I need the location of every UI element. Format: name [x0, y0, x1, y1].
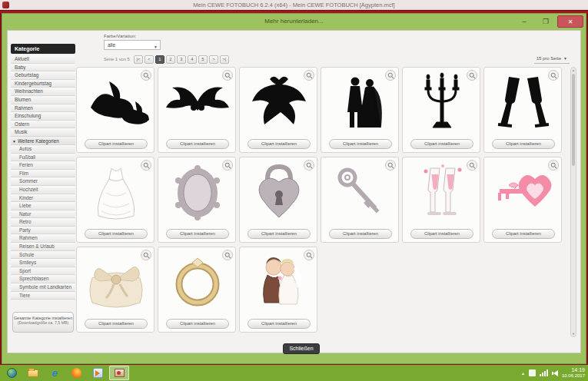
magnifier-icon[interactable]: [548, 160, 559, 171]
color-filter-select[interactable]: alle ▼: [104, 40, 161, 50]
sidebar-subitem-sprechblasen[interactable]: Sprechblasen: [11, 275, 75, 283]
magnifier-icon[interactable]: [304, 250, 314, 260]
clipart-tile-bride-groom[interactable]: Clipart installieren: [321, 67, 399, 153]
close-dialog-button[interactable]: Schließen: [283, 343, 320, 354]
sidebar-item-blumen[interactable]: Blumen: [11, 96, 75, 104]
sidebar-subitem-liebe[interactable]: Liebe: [11, 202, 75, 210]
sidebar-subitem-natur[interactable]: Natur: [11, 210, 75, 219]
page-button-3[interactable]: 3: [177, 55, 186, 64]
magnifier-icon[interactable]: [141, 70, 151, 81]
minimize-button[interactable]: –: [514, 15, 534, 28]
per-page-select[interactable]: 15 pro Seite▼: [534, 55, 570, 64]
scroll-down-icon[interactable]: ▼: [571, 332, 576, 336]
sidebar-item-aktuell[interactable]: Aktuell: [11, 55, 75, 64]
start-button[interactable]: [2, 366, 22, 380]
page-button-2[interactable]: 2: [166, 55, 175, 64]
install-clipart-button[interactable]: Clipart installieren: [247, 229, 311, 239]
install-clipart-button[interactable]: Clipart installieren: [492, 139, 555, 149]
sidebar-subitem-symbole-mit-landkarten[interactable]: Symbole mit Landkarten: [11, 283, 75, 292]
install-clipart-button[interactable]: Clipart installieren: [85, 139, 148, 149]
install-clipart-button[interactable]: Clipart installieren: [247, 319, 311, 329]
clipart-tile-key[interactable]: Clipart installieren: [321, 157, 399, 243]
taskbar-item-firefox[interactable]: [66, 366, 86, 380]
sidebar-subitem-sport[interactable]: Sport: [11, 267, 75, 276]
sidebar-subitem-party[interactable]: Party: [11, 227, 75, 235]
magnifier-icon[interactable]: [222, 160, 233, 171]
sidebar-subitem-ferien[interactable]: Ferien: [11, 161, 75, 170]
sidebar-subitem-reisen-urlaub[interactable]: Reisen & Urlaub: [11, 243, 75, 251]
clipart-tile-dove-ornament[interactable]: Clipart installieren: [239, 67, 317, 153]
magnifier-icon[interactable]: [141, 250, 151, 260]
scrollbar-thumb[interactable]: [572, 74, 575, 166]
taskbar-item-internet-explorer[interactable]: e: [45, 366, 65, 380]
install-clipart-button[interactable]: Clipart installieren: [166, 319, 229, 329]
magnifier-icon[interactable]: [548, 70, 559, 81]
grid-scrollbar[interactable]: ▲ ▼: [570, 67, 576, 337]
clipart-tile-champagne-flutes[interactable]: Clipart installieren: [483, 67, 562, 153]
clipart-tile-kissing-doves[interactable]: Clipart installieren: [158, 67, 236, 153]
first-page-button[interactable]: |<: [134, 55, 143, 64]
sidebar-subitem-sommer[interactable]: Sommer: [11, 177, 75, 186]
sidebar-item-geburtstag[interactable]: Geburtstag: [11, 71, 75, 80]
clipart-tile-pink-flutes[interactable]: Clipart installieren: [402, 157, 480, 243]
install-clipart-button[interactable]: Clipart installieren: [410, 139, 473, 149]
page-button-1[interactable]: 1: [155, 55, 164, 64]
sidebar-item-baby[interactable]: Baby: [11, 64, 75, 72]
sidebar-subitem-fußball[interactable]: Fußball: [11, 154, 75, 162]
sidebar-item-weihnachten[interactable]: Weihnachten: [11, 88, 75, 96]
sidebar-subitem-retro[interactable]: Retro: [11, 218, 75, 227]
sidebar-item-einschulung[interactable]: Einschulung: [11, 112, 75, 121]
clipart-tile-wedding-ring[interactable]: Clipart installieren: [158, 247, 236, 333]
clipart-tile-wedding-dress[interactable]: Clipart installieren: [76, 157, 154, 243]
install-clipart-button[interactable]: Clipart installieren: [166, 229, 229, 239]
taskbar-item-media-player[interactable]: [88, 366, 108, 380]
sidebar-subitem-kinder[interactable]: Kinder: [11, 194, 75, 203]
install-clipart-button[interactable]: Clipart installieren: [329, 139, 392, 149]
page-button-5[interactable]: 5: [198, 55, 208, 64]
install-clipart-button[interactable]: Clipart installieren: [247, 139, 311, 149]
magnifier-icon[interactable]: [467, 160, 477, 171]
volume-icon[interactable]: [552, 370, 558, 376]
scroll-up-icon[interactable]: ▲: [571, 68, 576, 72]
clipart-tile-heart-padlock[interactable]: Clipart installieren: [239, 157, 317, 243]
clipart-tile-heart-key[interactable]: Clipart installieren: [483, 157, 562, 243]
action-center-icon[interactable]: [529, 369, 536, 376]
maximize-button[interactable]: ❐: [536, 15, 556, 28]
magnifier-icon[interactable]: [467, 70, 477, 81]
install-clipart-button[interactable]: Clipart installieren: [85, 229, 148, 239]
taskbar-item-cewe-active[interactable]: [109, 366, 129, 380]
taskbar-item-explorer[interactable]: [23, 366, 43, 380]
sidebar-subitem-rahmen[interactable]: Rahmen: [11, 234, 75, 243]
install-clipart-button[interactable]: Clipart installieren: [85, 319, 148, 329]
close-window-button[interactable]: ✕: [557, 15, 583, 28]
magnifier-icon[interactable]: [304, 70, 314, 81]
page-button-4[interactable]: 4: [188, 55, 197, 64]
sidebar-subitem-smileys[interactable]: Smileys: [11, 259, 75, 267]
sidebar-item-rahmen[interactable]: Rahmen: [11, 104, 75, 113]
sidebar-subitem-film[interactable]: Film: [11, 170, 75, 178]
last-page-button[interactable]: >|: [220, 55, 229, 64]
magnifier-icon[interactable]: [385, 70, 396, 81]
network-icon[interactable]: [540, 369, 548, 376]
clipart-tile-flying-doves[interactable]: Clipart installieren: [76, 67, 154, 153]
tray-expand-icon[interactable]: ▲: [521, 371, 525, 376]
clipart-tile-kissing-couple[interactable]: Clipart installieren: [239, 247, 317, 333]
sidebar-item-musik[interactable]: Musik: [11, 128, 75, 137]
sidebar-subitem-tiere[interactable]: Tiere: [11, 292, 75, 300]
more-categories-expander[interactable]: ▼Weitere Kategorien: [11, 137, 75, 145]
sidebar-item-kindergeburtstag[interactable]: Kindergeburtstag: [11, 80, 75, 88]
install-clipart-button[interactable]: Clipart installieren: [492, 229, 555, 239]
clock[interactable]: 14:19 10.06.2017: [562, 367, 585, 379]
magnifier-icon[interactable]: [141, 160, 151, 171]
magnifier-icon[interactable]: [385, 160, 396, 171]
prev-page-button[interactable]: <: [145, 55, 154, 64]
magnifier-icon[interactable]: [304, 160, 314, 171]
sidebar-subitem-hochzeit[interactable]: Hochzeit: [11, 186, 75, 194]
install-clipart-button[interactable]: Clipart installieren: [166, 139, 229, 149]
next-page-button[interactable]: >: [209, 55, 218, 64]
install-clipart-button[interactable]: Clipart installieren: [410, 229, 473, 239]
clipart-tile-candelabra[interactable]: Clipart installieren: [402, 67, 480, 153]
install-all-category-button[interactable]: Gesamte Kategorie installieren (Download…: [12, 312, 74, 333]
clipart-tile-ring-pillow[interactable]: Clipart installieren: [76, 247, 154, 333]
install-clipart-button[interactable]: Clipart installieren: [329, 229, 392, 239]
